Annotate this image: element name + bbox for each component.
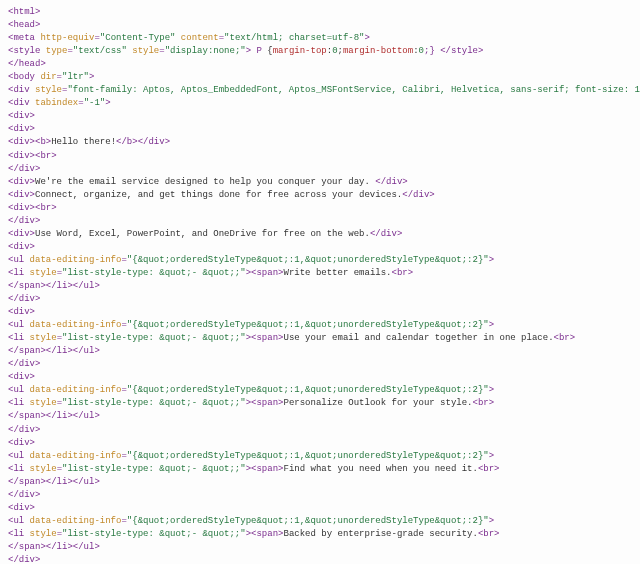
attr: dir	[40, 72, 56, 82]
html-source-view: <html> <head> <meta http-equiv="Content-…	[0, 0, 640, 564]
close: >	[489, 320, 494, 330]
val: "text/css"	[73, 46, 127, 56]
attr: style	[132, 46, 159, 56]
attr: type	[46, 46, 68, 56]
code-line: <li	[8, 333, 30, 343]
close: ><span>	[246, 268, 284, 278]
code-line: </div>	[8, 425, 40, 435]
code-line: <div	[8, 85, 35, 95]
code-line: </span></li></ul>	[8, 346, 100, 356]
attr: data-editing-info	[30, 516, 122, 526]
attr: data-editing-info	[30, 320, 122, 330]
close: <br>	[478, 529, 500, 539]
code-line: <div>	[8, 124, 35, 134]
val: "list-style-type: &quot;- &quot;;"	[62, 268, 246, 278]
code-line: <body	[8, 72, 40, 82]
code-line: <div>	[8, 503, 35, 513]
code-line: </span></li></ul>	[8, 281, 100, 291]
val: "{&quot;orderedStyleType&quot;:1,&quot;u…	[127, 451, 489, 461]
attr: style	[30, 464, 57, 474]
code-line: </span></li></ul>	[8, 542, 100, 552]
close: <br>	[473, 398, 495, 408]
attr: style	[35, 85, 62, 95]
text: Write better emails.	[283, 268, 391, 278]
text: Backed by enterprise-grade security.	[283, 529, 477, 539]
close: ;} </style>	[424, 46, 483, 56]
attr: style	[30, 268, 57, 278]
code-line: <div>	[8, 307, 35, 317]
close: ><span>	[246, 529, 284, 539]
close: >	[489, 516, 494, 526]
val: "{&quot;orderedStyleType&quot;:1,&quot;u…	[127, 516, 489, 526]
code-line: </div>	[8, 555, 40, 564]
val: "font-family: Aptos, Aptos_EmbeddedFont,…	[67, 85, 640, 95]
code-line: <ul	[8, 320, 30, 330]
val: "list-style-type: &quot;- &quot;;"	[62, 398, 246, 408]
text: Find what you need when you need it.	[283, 464, 477, 474]
code-line: </div>	[8, 490, 40, 500]
close: </div>	[370, 229, 402, 239]
code-line: <ul	[8, 255, 30, 265]
text: We're the email service designed to help…	[35, 177, 375, 187]
val: "{&quot;orderedStyleType&quot;:1,&quot;u…	[127, 320, 489, 330]
code-line: <div>	[8, 242, 35, 252]
close: >	[105, 98, 110, 108]
code-line: <li	[8, 398, 30, 408]
code-line: <div>	[8, 177, 35, 187]
text: Personalize Outlook for your style.	[283, 398, 472, 408]
code-line: <li	[8, 464, 30, 474]
code-line: <ul	[8, 385, 30, 395]
code-line: </div>	[8, 359, 40, 369]
code-line: <meta	[8, 33, 40, 43]
code-line: <div><br>	[8, 151, 57, 161]
val: "list-style-type: &quot;- &quot;;"	[62, 333, 246, 343]
text: Hello there!	[51, 137, 116, 147]
code-line: </span></li></ul>	[8, 411, 100, 421]
code-line: <html>	[8, 7, 40, 17]
val: "text/html; charset=utf-8"	[224, 33, 364, 43]
close: >	[489, 385, 494, 395]
code-line: <div>	[8, 111, 35, 121]
val: "list-style-type: &quot;- &quot;;"	[62, 464, 246, 474]
code-line: <div>	[8, 190, 35, 200]
text: Use your email and calendar together in …	[283, 333, 553, 343]
attr: content	[181, 33, 219, 43]
attr: data-editing-info	[30, 385, 122, 395]
attr: style	[30, 529, 57, 539]
css-prop: margin-top	[273, 46, 327, 56]
code-line: <ul	[8, 516, 30, 526]
close: ><span>	[246, 333, 284, 343]
close: <br>	[554, 333, 576, 343]
text: Connect, organize, and get things done f…	[35, 190, 402, 200]
close: >	[365, 33, 370, 43]
css-prop: margin-bottom	[343, 46, 413, 56]
code-line: <div><br>	[8, 203, 57, 213]
code-line: </div>	[8, 164, 40, 174]
val: "{&quot;orderedStyleType&quot;:1,&quot;u…	[127, 255, 489, 265]
code-line: <div>	[8, 229, 35, 239]
code-line: </head>	[8, 59, 46, 69]
val: "ltr"	[62, 72, 89, 82]
code-line: <head>	[8, 20, 40, 30]
brace: {	[262, 46, 273, 56]
close: </div>	[402, 190, 434, 200]
code-line: <li	[8, 268, 30, 278]
code-line: <style	[8, 46, 46, 56]
attr: tabindex	[35, 98, 78, 108]
val: "display:none;"	[165, 46, 246, 56]
attr: style	[30, 398, 57, 408]
code-line: <div><b>	[8, 137, 51, 147]
code-line: <div>	[8, 372, 35, 382]
code-line: <li	[8, 529, 30, 539]
close: ><span>	[246, 464, 284, 474]
close: >	[246, 46, 257, 56]
close: </div>	[375, 177, 407, 187]
close: <br>	[392, 268, 414, 278]
code-line: <div	[8, 98, 35, 108]
attr: http-equiv	[40, 33, 94, 43]
close: </b></div>	[116, 137, 170, 147]
close: >	[489, 255, 494, 265]
code-line: </div>	[8, 216, 40, 226]
val: "Content-Type"	[100, 33, 176, 43]
val: "list-style-type: &quot;- &quot;;"	[62, 529, 246, 539]
